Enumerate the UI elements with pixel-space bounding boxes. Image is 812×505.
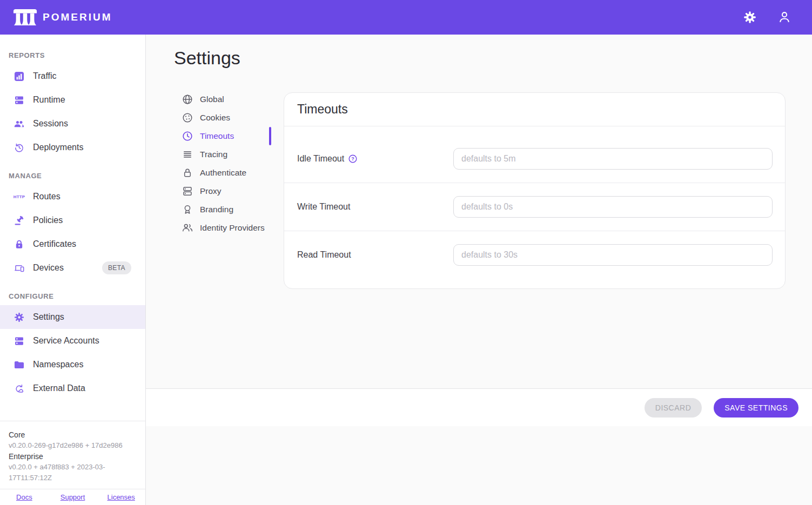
sidebar-item-settings[interactable]: Settings [0,305,145,329]
tab-identity-providers[interactable]: Identity Providers [174,219,271,237]
tab-label: Cookies [200,113,230,123]
help-icon[interactable]: ? [348,154,357,163]
http-icon: HTTP [14,192,24,202]
tab-label: Identity Providers [200,223,265,233]
beta-badge: BETA [102,261,131,274]
sidebar-section-manage: MANAGE HTTP Routes Policies Certificates [0,167,145,280]
sidebar-item-label: Namespaces [33,360,83,369]
page-title: Settings [174,48,812,69]
sidebar-item-certificates[interactable]: Certificates [0,232,145,256]
pomerium-logo-link[interactable]: POMERIUM [13,8,112,26]
sidebar-item-traffic[interactable]: Traffic [0,64,145,88]
sidebar-item-runtime[interactable]: Runtime [0,88,145,112]
tab-global[interactable]: Global [174,90,271,109]
sidebar-item-service-accounts[interactable]: Service Accounts [0,329,145,353]
person-icon [778,11,791,24]
tab-branding[interactable]: Branding [174,200,271,219]
gavel-icon [14,216,24,226]
server-icon [14,336,24,346]
server-icon [14,95,24,105]
tab-proxy[interactable]: Proxy [174,182,271,200]
version-info: Core v0.20.0-269-g17d2e986 + 17d2e986 En… [0,421,145,489]
tab-label: Tracing [200,150,227,159]
section-label: CONFIGURE [0,287,145,305]
tab-label: Branding [200,205,233,214]
sidebar-item-policies[interactable]: Policies [0,208,145,232]
pomerium-aqueduct-icon [13,8,37,26]
sidebar-item-external-data[interactable]: External Data [0,376,145,400]
gear-icon [743,11,756,24]
sidebar-item-devices[interactable]: Devices BETA [0,256,145,280]
folder-icon [14,360,24,370]
save-settings-button[interactable]: SAVE SETTINGS [714,398,798,418]
core-version-value: v0.20.0-269-g17d2e986 + 17d2e986 [9,440,137,451]
tab-label: Timeouts [200,131,234,141]
cloud-sync-icon [14,383,24,394]
timeouts-card: Timeouts Idle Timeout ? Write Timeout [284,92,786,289]
card-title: Timeouts [284,93,785,126]
devices-icon [14,263,24,273]
sidebar-item-label: Policies [33,216,63,225]
support-link[interactable]: Support [49,493,97,501]
core-version-label: Core [9,429,137,440]
section-label: MANAGE [0,167,145,185]
sidebar-section-configure: CONFIGURE Settings Service Accounts Name… [0,287,145,400]
tab-tracing[interactable]: Tracing [174,145,271,164]
tab-cookies[interactable]: Cookies [174,109,271,127]
padlock-icon [182,167,193,178]
sidebar-item-label: Traffic [33,71,57,81]
sidebar-item-label: Settings [33,312,64,322]
sidebar-item-label: Routes [33,192,61,201]
sidebar-item-namespaces[interactable]: Namespaces [0,353,145,376]
idle-timeout-input[interactable] [453,148,773,170]
sidebar-nav: REPORTS Traffic Runtime Sessions [0,35,145,421]
form-action-bar: DISCARD SAVE SETTINGS [146,388,812,426]
tab-label: Proxy [200,186,222,196]
app-header: POMERIUM [0,0,812,35]
main-content: Settings Global Cookies Timeouts [146,35,812,505]
lock-icon [14,239,24,250]
enterprise-version-value: v0.20.0 + a478f883 + 2023-03-17T11:57:12… [9,462,137,483]
award-icon [182,204,193,215]
write-timeout-label: Write Timeout [297,202,453,212]
sidebar-item-deployments[interactable]: Deployments [0,136,145,159]
write-timeout-row: Write Timeout [284,183,785,231]
sidebar: REPORTS Traffic Runtime Sessions [0,35,146,505]
people-icon [14,119,24,129]
sidebar-item-label: Sessions [33,119,68,129]
enterprise-version-label: Enterprise [9,451,137,462]
history-icon [14,143,24,153]
header-actions [743,10,791,24]
tab-authenticate[interactable]: Authenticate [174,164,271,182]
tab-label: Global [200,95,224,104]
people-outline-icon [182,223,193,233]
write-timeout-input[interactable] [453,196,773,218]
licenses-link[interactable]: Licenses [97,493,145,501]
discard-button[interactable]: DISCARD [645,398,702,418]
header-settings-button[interactable] [743,10,757,24]
user-account-button[interactable] [777,10,791,24]
clock-icon [182,131,193,142]
tab-label: Authenticate [200,168,246,178]
field-label-text: Read Timeout [297,250,351,260]
settings-sub-nav: Global Cookies Timeouts Tracing [174,90,271,237]
idle-timeout-row: Idle Timeout ? [284,126,785,183]
server-outline-icon [182,186,193,197]
sidebar-item-label: Devices [33,263,64,273]
sidebar-item-routes[interactable]: HTTP Routes [0,185,145,208]
sidebar-item-sessions[interactable]: Sessions [0,112,145,136]
cookie-icon [182,112,193,123]
read-timeout-row: Read Timeout [284,231,785,288]
brand-wordmark: POMERIUM [43,11,112,23]
svg-text:?: ? [351,156,354,161]
sidebar-item-label: Service Accounts [33,336,99,346]
gear-icon [14,312,24,322]
sidebar-item-label: Runtime [33,95,65,105]
tab-timeouts[interactable]: Timeouts [174,127,271,145]
docs-link[interactable]: Docs [0,493,49,501]
globe-icon [182,94,193,105]
sidebar-item-label: Certificates [33,239,76,249]
sidebar-section-reports: REPORTS Traffic Runtime Sessions [0,46,145,159]
read-timeout-input[interactable] [453,244,773,266]
settings-layout: Global Cookies Timeouts Tracing [174,92,786,289]
